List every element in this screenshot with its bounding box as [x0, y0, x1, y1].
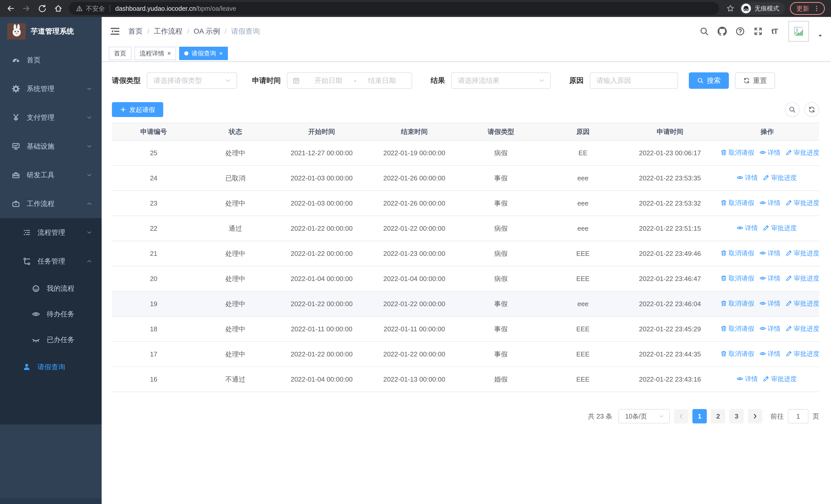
table-row[interactable]: 23处理中2022-01-03 00:00:002022-01-26 00:00…: [112, 191, 819, 216]
sidebar-item-label: 任务管理: [37, 257, 65, 266]
table-row[interactable]: 21处理中2022-01-22 00:00:002022-01-23 00:00…: [112, 241, 819, 266]
action-detail-link[interactable]: 详情: [760, 249, 780, 257]
sidebar-item-home[interactable]: 首页: [0, 46, 102, 75]
close-tab-icon[interactable]: ×: [219, 50, 223, 56]
action-detail-link[interactable]: 详情: [760, 350, 780, 358]
address-bar[interactable]: 不安全 dashboard.yudao.iocoder.cn/bpm/oa/le…: [69, 2, 719, 15]
table-row[interactable]: 24已取消2022-01-03 00:00:002022-01-26 00:00…: [112, 166, 819, 191]
breadcrumb-item[interactable]: OA 示例: [194, 26, 220, 36]
breadcrumb-item[interactable]: 请假查询: [231, 26, 260, 36]
action-detail-link[interactable]: 详情: [760, 324, 780, 333]
close-tab-icon[interactable]: ×: [167, 50, 171, 56]
sidebar-item-task-mgmt[interactable]: 任务管理: [0, 247, 102, 276]
action-detail-link[interactable]: 详情: [760, 199, 780, 207]
tab-home[interactable]: 首页: [109, 47, 132, 60]
action-progress-link[interactable]: 审批进度: [785, 324, 819, 333]
home-icon[interactable]: [54, 4, 63, 13]
action-cancel-link[interactable]: 取消请假: [720, 324, 754, 333]
action-progress-link[interactable]: 审批进度: [785, 350, 819, 358]
page-button-3[interactable]: 3: [729, 409, 744, 423]
action-progress-link[interactable]: 审批进度: [785, 199, 819, 207]
table-row[interactable]: 16不通过2022-01-04 00:00:002022-01-13 00:00…: [112, 367, 819, 392]
help-icon[interactable]: [736, 27, 745, 36]
forward-icon[interactable]: [22, 4, 31, 13]
sidebar-item-my-process[interactable]: 我的流程: [0, 276, 102, 301]
leave-type-select[interactable]: 请选择请假类型: [147, 72, 237, 89]
breadcrumb-item[interactable]: 工作流程: [154, 26, 182, 36]
kebab-menu-icon[interactable]: [813, 5, 820, 12]
result-select[interactable]: 请选择流结果: [451, 72, 551, 89]
eye-icon: [737, 376, 743, 382]
action-progress-link[interactable]: 审批进度: [785, 249, 819, 257]
action-progress-link[interactable]: 审批进度: [763, 375, 797, 383]
back-icon[interactable]: [6, 4, 15, 13]
goto-page-input[interactable]: [788, 409, 808, 423]
table-row[interactable]: 25处理中2021-12-27 00:00:002022-01-19 00:00…: [112, 140, 819, 166]
action-cancel-link[interactable]: 取消请假: [720, 249, 754, 257]
github-icon[interactable]: [718, 27, 727, 36]
search-button[interactable]: 搜索: [689, 72, 729, 89]
action-cancel-link[interactable]: 取消请假: [720, 350, 754, 358]
action-progress-link[interactable]: 审批进度: [785, 148, 819, 157]
trash-icon: [720, 149, 727, 156]
reload-icon[interactable]: [38, 4, 47, 13]
action-detail-link[interactable]: 详情: [760, 148, 780, 157]
action-cancel-link[interactable]: 取消请假: [720, 148, 754, 157]
action-progress-link[interactable]: 审批进度: [763, 224, 797, 232]
bookmark-star-icon[interactable]: [726, 4, 735, 12]
action-progress-link[interactable]: 审批进度: [763, 174, 797, 182]
sidebar-item-leave-query[interactable]: 请假查询: [0, 353, 102, 381]
reason-input[interactable]: [596, 77, 671, 85]
action-detail-link[interactable]: 详情: [737, 174, 757, 182]
sidebar-collapse-icon[interactable]: [110, 26, 120, 36]
page-size-select[interactable]: 10条/页: [619, 409, 670, 423]
reset-button[interactable]: 重置: [735, 72, 775, 89]
user-menu-caret-icon[interactable]: [818, 33, 823, 38]
app-logo[interactable]: 芋道管理系统: [0, 17, 102, 46]
browser-update-button[interactable]: 更新: [790, 2, 825, 15]
font-size-icon[interactable]: tT: [771, 27, 778, 36]
breadcrumb-separator: /: [225, 27, 226, 35]
breadcrumb-item[interactable]: 首页: [128, 26, 143, 36]
header-search-icon[interactable]: [699, 27, 709, 36]
action-progress-link[interactable]: 审批进度: [785, 274, 819, 283]
action-cancel-link[interactable]: 取消请假: [720, 199, 754, 207]
status-text: 处理中: [195, 342, 275, 367]
next-page-button[interactable]: [748, 409, 762, 423]
action-detail-link[interactable]: 详情: [737, 224, 757, 232]
create-leave-button[interactable]: 发起请假: [112, 102, 163, 117]
action-detail-link[interactable]: 详情: [760, 274, 780, 283]
page-button-2[interactable]: 2: [711, 409, 725, 423]
action-detail-link[interactable]: 详情: [737, 375, 757, 383]
action-progress-link[interactable]: 审批进度: [785, 299, 819, 308]
sidebar-item-process-mgmt[interactable]: 流程管理: [0, 218, 102, 247]
security-label: 不安全: [86, 4, 105, 13]
sidebar-item-done-tasks[interactable]: 已办任务: [0, 327, 102, 353]
sidebar-item-payment-mgmt[interactable]: 支付管理: [0, 103, 102, 132]
sidebar-item-workflow[interactable]: 工作流程: [0, 189, 102, 218]
sidebar-collapse-bar[interactable]: [0, 498, 102, 504]
user-avatar[interactable]: [789, 21, 809, 41]
table-row[interactable]: 18处理中2022-01-11 00:00:002022-01-11 00:00…: [112, 317, 819, 342]
table-row[interactable]: 20处理中2022-01-04 00:00:002022-01-04 00:00…: [112, 266, 819, 291]
action-cancel-link[interactable]: 取消请假: [720, 299, 754, 308]
table-search-toggle-button[interactable]: [785, 102, 800, 117]
tab-leave-query[interactable]: 请假查询×: [179, 47, 228, 60]
table-row[interactable]: 19处理中2022-01-22 00:00:002022-01-22 00:00…: [112, 291, 819, 317]
tab-process-detail[interactable]: 流程详情×: [135, 47, 176, 60]
sidebar-item-todo-tasks[interactable]: 待办任务: [0, 301, 102, 327]
table-refresh-button[interactable]: [804, 102, 819, 117]
action-detail-link[interactable]: 详情: [760, 299, 780, 308]
table-row[interactable]: 22通过2022-01-22 00:00:002022-01-22 00:00:…: [112, 216, 819, 241]
apply-time-range-picker[interactable]: 开始日期 - 结束日期: [287, 72, 412, 89]
sidebar-item-dev-tools[interactable]: 研发工具: [0, 161, 102, 189]
action-cancel-link[interactable]: 取消请假: [720, 274, 754, 283]
sidebar-item-system-mgmt[interactable]: 系统管理: [0, 75, 102, 103]
prev-page-button[interactable]: [674, 409, 688, 423]
column-header: 开始时间: [276, 123, 368, 140]
fullscreen-icon[interactable]: [753, 27, 763, 36]
page-button-1[interactable]: 1: [692, 409, 707, 423]
filter-form: 请假类型 请选择请假类型 申请时间 开始日期 - 结束日期 结果 请选择流结果: [112, 72, 819, 89]
table-row[interactable]: 17处理中2022-01-22 00:00:002022-01-22 00:00…: [112, 342, 819, 367]
sidebar-item-infrastructure[interactable]: 基础设施: [0, 132, 102, 161]
